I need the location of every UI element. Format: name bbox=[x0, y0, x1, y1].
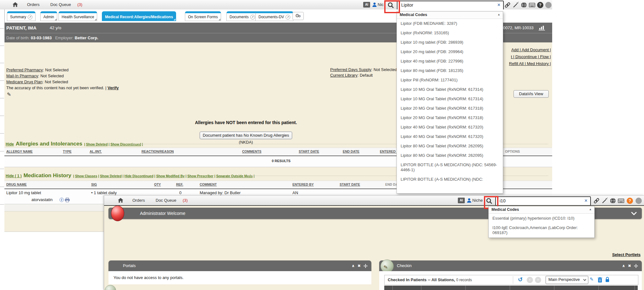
nkda-button[interactable]: Document patient has No Known Drug Aller… bbox=[200, 132, 292, 139]
hide-medications-link[interactable]: Hide ( 1 ) bbox=[6, 174, 22, 178]
dropdown-item[interactable]: Lipitor 10 MG Oral Tablet (RxNORM: 61731… bbox=[397, 94, 503, 104]
nav-orders[interactable]: Orders bbox=[27, 2, 40, 7]
prev-page-icon[interactable]: ‹ bbox=[527, 277, 533, 283]
collapse-icon[interactable]: ∧ bbox=[352, 264, 355, 268]
globe-icon[interactable] bbox=[521, 2, 527, 8]
pharmacy-label[interactable]: Medicare Drug Plan bbox=[6, 79, 42, 84]
dropdown-item[interactable]: LIPITOR BOTTLE (A-S MEDICATION) (NDC: bbox=[397, 175, 503, 184]
search-input[interactable]: Lipitor ✕ bbox=[397, 1, 504, 10]
medications-filter-link[interactable]: Separate Outside Meds bbox=[216, 174, 256, 178]
popup-icon[interactable]: ↗ bbox=[28, 15, 32, 19]
tab-on-screen-forms[interactable]: On Screen Forms bbox=[185, 11, 221, 21]
dropdown-item[interactable]: Lipitor 80 MG Oral Tablet (RxNORM: 26209… bbox=[397, 141, 503, 151]
lock-icon[interactable] bbox=[605, 277, 609, 282]
medications-column-header[interactable]: START DATE bbox=[340, 183, 360, 186]
action-link-line[interactable]: Add | Add Document | bbox=[509, 47, 551, 53]
allergies-filter-link[interactable]: Show Discontinued bbox=[110, 142, 144, 146]
allergies-column-header[interactable]: OPTIONS bbox=[505, 150, 520, 153]
edit-pencil-icon[interactable]: ✎ bbox=[590, 276, 594, 282]
medications-column-header[interactable]: REF. bbox=[176, 183, 183, 186]
edit-pencil-icon[interactable]: ✎ bbox=[7, 91, 11, 97]
dropdown-item[interactable]: Lipitor 80 MG Oral Tablet (RxNORM: 26209… bbox=[397, 151, 503, 160]
medications-filter-link[interactable]: Hide Discontinued bbox=[125, 174, 156, 178]
perspective-select[interactable]: Main Perspective bbox=[546, 276, 588, 284]
ai-badge[interactable]: AI bbox=[458, 198, 465, 203]
allergies-column-header[interactable]: COMMENTS bbox=[242, 150, 261, 153]
dropdown-item[interactable]: Lipitor 10 mg tablet (FDB: 286939) bbox=[397, 38, 503, 47]
medications-column-header[interactable]: ENTERED BY bbox=[292, 183, 314, 186]
tab-health-surveillance[interactable]: Health Surveillance bbox=[58, 11, 97, 21]
collapse-icon[interactable]: ∧ bbox=[622, 264, 625, 268]
tab-documents-dv[interactable]: Documents-DV↗ bbox=[255, 11, 293, 21]
trash-icon[interactable] bbox=[598, 277, 602, 282]
action-link-line[interactable]: Refill All | Med History | bbox=[509, 60, 551, 67]
dropdown-item[interactable]: Lipitor 10 MG Oral Tablet (RxNORM: 61731… bbox=[397, 85, 503, 94]
verify-link[interactable]: Verify bbox=[108, 85, 119, 90]
wand-icon[interactable] bbox=[513, 2, 519, 8]
clear-search-icon[interactable]: ✕ bbox=[584, 198, 588, 203]
allergies-column-header[interactable]: REACTION/REASON bbox=[142, 150, 174, 153]
allergies-column-header[interactable]: TYPE bbox=[63, 150, 71, 153]
close-icon[interactable]: ✖ bbox=[358, 264, 361, 268]
bar-chart-icon[interactable] bbox=[538, 25, 545, 30]
chevron-down-icon[interactable] bbox=[631, 212, 637, 215]
allergies-column-header[interactable]: START DATE bbox=[299, 150, 319, 153]
home-icon[interactable] bbox=[118, 198, 123, 203]
allergies-filter-link[interactable]: Show Deleted bbox=[86, 142, 111, 146]
tab-settings-button[interactable]: ⚙⚙ bbox=[292, 12, 304, 20]
info-icon[interactable]: i bbox=[59, 198, 64, 202]
allergies-column-header[interactable]: ALLERGY NAME bbox=[6, 150, 33, 153]
medications-filter-link[interactable]: Show Classes bbox=[75, 174, 100, 178]
medications-column-header[interactable]: QTY bbox=[154, 183, 161, 186]
next-page-icon[interactable]: › bbox=[535, 277, 541, 283]
nav-doc-queue[interactable]: Doc Queue bbox=[50, 2, 71, 7]
print-icon[interactable] bbox=[65, 198, 70, 202]
allergies-column-header[interactable]: END DATE bbox=[343, 150, 359, 153]
dropdown-item[interactable]: Essential (primary) hypertension (ICD10:… bbox=[489, 214, 594, 223]
keyboard-icon[interactable] bbox=[529, 2, 535, 8]
medications-column-header[interactable]: COMMENT bbox=[200, 183, 217, 186]
supply-label[interactable]: Preferred Days Supply bbox=[330, 67, 371, 72]
move-icon[interactable] bbox=[364, 264, 368, 268]
link-icon[interactable] bbox=[593, 198, 600, 204]
dropdown-item[interactable]: Lipitor 40 MG Oral Tablet (RxNORM: 61732… bbox=[397, 123, 503, 132]
help-icon[interactable]: ? bbox=[627, 198, 633, 204]
search-input[interactable]: i10 ✕ bbox=[495, 196, 591, 206]
tab-medical-record-allergies-medications[interactable]: Medical Record:Allergies/Medications bbox=[102, 11, 176, 21]
dropdown-item[interactable]: LIPITOR BOTTLE (A-S MEDICATION) (NDC: 54… bbox=[397, 160, 503, 175]
medications-filter-link[interactable]: Show Deleted bbox=[100, 174, 125, 178]
dropdown-item[interactable]: I100-IgE Cockroach,American (LabCorp Ord… bbox=[489, 223, 594, 238]
hide-allergies-link[interactable]: Hide bbox=[6, 142, 14, 146]
supply-label[interactable]: Current Library bbox=[330, 73, 358, 78]
dropdown-item[interactable]: Lipitor 20 MG Oral Tablet (RxNORM: 61731… bbox=[397, 104, 503, 113]
close-icon[interactable]: ✖ bbox=[628, 264, 631, 268]
nav-doc-queue[interactable]: Doc Queue bbox=[156, 198, 176, 203]
nav-orders[interactable]: Orders bbox=[132, 198, 145, 203]
home-icon[interactable] bbox=[13, 2, 18, 7]
scroll-up-icon[interactable]: ▲ bbox=[589, 208, 592, 211]
medications-filter-link[interactable]: Show Modified By bbox=[156, 174, 187, 178]
dropdown-item[interactable]: Lipitor 40 MG Oral Tablet (RxNORM: 61732… bbox=[397, 132, 503, 141]
help-icon[interactable]: ? bbox=[537, 2, 543, 8]
dropdown-item[interactable]: Lipitor 40 mg tablet (FDB: 227996) bbox=[397, 57, 503, 66]
keyboard-icon[interactable] bbox=[618, 198, 624, 204]
pharmacy-label[interactable]: Mail-In Pharmacy bbox=[6, 74, 38, 78]
tab-summary[interactable]: Summary↗ bbox=[7, 11, 36, 21]
refresh-icon[interactable]: ↺ bbox=[518, 276, 523, 283]
dropdown-item[interactable]: Lipitor 20 mg tablet (FDB: 209964) bbox=[397, 47, 503, 57]
move-icon[interactable] bbox=[634, 264, 638, 268]
tab-documents[interactable]: Documents↗ bbox=[226, 11, 258, 21]
dropdown-item[interactable]: Lipitor Pill (RxNORM: 1177401) bbox=[397, 75, 503, 85]
action-link-line[interactable]: t | Discontinue | Flow | bbox=[509, 53, 551, 60]
scroll-up-icon[interactable]: ▲ bbox=[497, 13, 500, 16]
medications-column-header[interactable]: DRUG NAME bbox=[6, 183, 27, 186]
globe-icon[interactable] bbox=[610, 198, 616, 204]
tab-admin[interactable]: Admin bbox=[40, 11, 57, 21]
datavis-view-button[interactable]: DataVis View bbox=[514, 90, 549, 98]
allergies-column-header[interactable]: AL./INT. bbox=[90, 150, 102, 153]
dropdown-item[interactable]: Lipitor 80 mg tablet (FDB: 181235) bbox=[397, 66, 503, 75]
medications-filter-link[interactable]: Show Prescriber bbox=[187, 174, 216, 178]
dropdown-item[interactable]: Lipitor (RxNORM: 153165) bbox=[397, 28, 503, 38]
link-icon[interactable] bbox=[504, 2, 511, 8]
dropdown-item[interactable]: Lipitor 20 MG Oral Tablet (RxNORM: 61731… bbox=[397, 113, 503, 123]
